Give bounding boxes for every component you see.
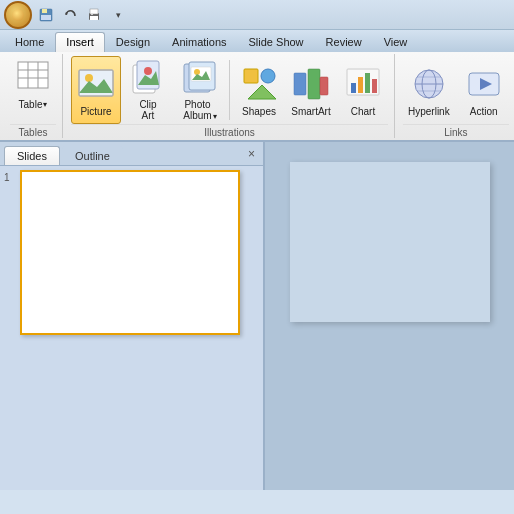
shapes-button[interactable]: Shapes <box>234 56 284 124</box>
title-bar: ▾ <box>0 0 514 30</box>
action-button[interactable]: Action <box>459 56 509 124</box>
print-button[interactable] <box>84 5 104 25</box>
hyperlink-label: Hyperlink <box>408 106 450 117</box>
table-button[interactable]: Table ▾ <box>10 56 56 124</box>
tab-home[interactable]: Home <box>4 32 55 52</box>
slide-canvas[interactable] <box>290 162 490 322</box>
svg-rect-6 <box>90 16 98 20</box>
svg-point-14 <box>85 74 93 82</box>
tables-items: Table ▾ <box>10 56 56 124</box>
svg-rect-33 <box>351 83 356 93</box>
slide-thumb-container: 1 <box>4 170 259 335</box>
slide-thumbnail[interactable] <box>20 170 240 335</box>
table-label: Table <box>19 99 43 110</box>
smartart-label: SmartArt <box>291 106 330 117</box>
slides-content: 1 <box>0 166 263 490</box>
illustrations-items: Picture ClipArt <box>71 56 388 124</box>
tab-design[interactable]: Design <box>105 32 161 52</box>
picture-button[interactable]: Picture <box>71 56 121 124</box>
dropdown-arrow[interactable]: ▾ <box>108 5 128 25</box>
quick-access-toolbar: ▾ <box>36 5 128 25</box>
svg-point-27 <box>261 69 275 83</box>
clip-art-label: ClipArt <box>139 99 156 121</box>
main-canvas <box>265 142 514 490</box>
photo-album-arrow: ▾ <box>213 112 217 121</box>
tab-review[interactable]: Review <box>315 32 373 52</box>
clip-art-button[interactable]: ClipArt <box>123 56 173 124</box>
tab-view[interactable]: View <box>373 32 419 52</box>
svg-rect-35 <box>365 73 370 93</box>
svg-rect-26 <box>244 69 258 83</box>
ribbon: Table ▾ Tables Picture <box>0 52 514 142</box>
table-label-area: Table ▾ <box>19 99 48 110</box>
svg-rect-1 <box>42 9 47 13</box>
photo-album-label-area: PhotoAlbum ▾ <box>183 99 216 121</box>
ribbon-separator-1 <box>229 60 230 120</box>
table-arrow: ▾ <box>43 100 47 109</box>
svg-rect-2 <box>41 15 51 20</box>
svg-rect-29 <box>294 73 306 95</box>
tab-insert[interactable]: Insert <box>55 32 105 52</box>
svg-rect-7 <box>91 14 93 15</box>
panel-tabs: Slides Outline × <box>0 142 263 166</box>
office-button[interactable] <box>4 1 32 29</box>
save-button[interactable] <box>36 5 56 25</box>
svg-rect-31 <box>320 77 328 95</box>
tab-outline[interactable]: Outline <box>62 146 123 165</box>
svg-marker-28 <box>248 85 276 99</box>
svg-rect-36 <box>372 79 377 93</box>
table-icon <box>15 59 51 97</box>
clip-art-icon <box>128 59 168 97</box>
picture-label: Picture <box>80 106 111 117</box>
illustrations-group-label: Illustrations <box>71 124 388 138</box>
photo-album-label: PhotoAlbum <box>183 99 211 121</box>
links-group-label: Links <box>403 124 509 138</box>
shapes-icon <box>239 64 279 104</box>
photo-album-button[interactable]: PhotoAlbum ▾ <box>175 56 225 124</box>
svg-rect-34 <box>358 77 363 93</box>
tables-group-label: Tables <box>10 124 56 138</box>
tab-slideshow[interactable]: Slide Show <box>238 32 315 52</box>
slide-number: 1 <box>4 170 16 183</box>
chart-label: Chart <box>351 106 375 117</box>
shapes-label: Shapes <box>242 106 276 117</box>
hyperlink-icon <box>409 64 449 104</box>
hyperlink-button[interactable]: Hyperlink <box>403 56 455 124</box>
svg-point-19 <box>144 67 152 75</box>
chart-icon <box>343 64 383 104</box>
chart-button[interactable]: Chart <box>338 56 388 124</box>
panel-area: Slides Outline × 1 <box>0 142 514 490</box>
tab-animations[interactable]: Animations <box>161 32 237 52</box>
svg-rect-5 <box>90 9 98 14</box>
undo-button[interactable] <box>60 5 80 25</box>
photo-album-icon <box>180 59 220 97</box>
smartart-icon <box>291 64 331 104</box>
tab-slides[interactable]: Slides <box>4 146 60 165</box>
panel-close-button[interactable]: × <box>244 145 259 163</box>
svg-rect-30 <box>308 69 320 99</box>
svg-rect-8 <box>18 62 48 88</box>
links-items: Hyperlink Action <box>403 56 509 124</box>
ribbon-group-tables: Table ▾ Tables <box>4 54 63 138</box>
action-icon <box>464 64 504 104</box>
ribbon-group-illustrations: Picture ClipArt <box>65 54 395 138</box>
slides-panel: Slides Outline × 1 <box>0 142 265 490</box>
action-label: Action <box>470 106 498 117</box>
picture-icon <box>76 64 116 104</box>
smartart-button[interactable]: SmartArt <box>286 56 336 124</box>
ribbon-group-links: Hyperlink Action Links <box>397 54 514 138</box>
ribbon-tabs: Home Insert Design Animations Slide Show… <box>0 30 514 52</box>
